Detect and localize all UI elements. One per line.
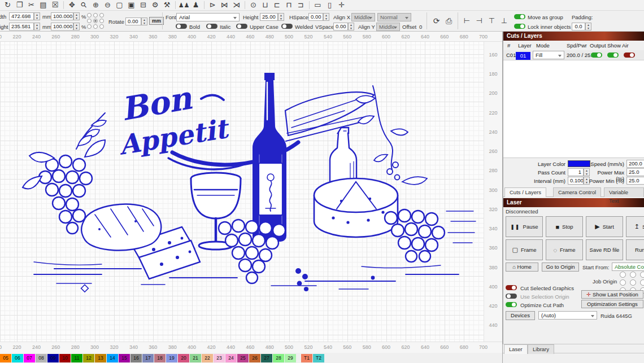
layer-color-swatch[interactable]	[568, 160, 590, 167]
text-style-select[interactable]: Normal	[377, 13, 411, 21]
align-left-edge-icon[interactable]: ⊏	[271, 0, 283, 10]
align-y-select[interactable]: Middle	[376, 23, 400, 31]
frame-circle-button[interactable]: ◌ Frame	[546, 239, 583, 260]
home-button[interactable]: ⌂ Home	[506, 263, 538, 272]
move-as-group-toggle[interactable]	[514, 14, 525, 19]
palette-color-15[interactable]: 15	[119, 354, 130, 362]
layer-row[interactable]: C01 01 Fill 200.0 / 25.0	[503, 50, 644, 60]
palette-color-06[interactable]: 06	[12, 354, 23, 362]
palette-color-07[interactable]: 07	[24, 354, 35, 362]
flip-horizontal-icon[interactable]: ⋈	[219, 0, 230, 10]
power-max-input[interactable]: 25.0	[626, 168, 644, 176]
palette-color-08[interactable]: 08	[36, 354, 47, 362]
group-icon[interactable]: ♟♟	[178, 0, 190, 10]
align-right-edge-icon[interactable]: ⊐	[295, 0, 307, 10]
welded-toggle[interactable]	[281, 24, 293, 29]
cut-selected-toggle[interactable]	[506, 285, 517, 290]
palette-color-29[interactable]: 29	[285, 354, 296, 362]
workspace-canvas[interactable]: Bon Appetit	[0, 42, 484, 342]
palette-color-26[interactable]: 26	[249, 354, 260, 362]
optimization-settings-button[interactable]: Optimization Settings	[581, 300, 643, 308]
use-selection-origin-toggle[interactable]	[506, 294, 517, 299]
palette-color-27[interactable]: 27	[261, 354, 272, 362]
zoom-out-icon[interactable]: ⊖	[102, 0, 114, 10]
palette-color-17[interactable]: 17	[142, 354, 154, 362]
height-percent-spinner[interactable]	[73, 23, 80, 30]
padding-input[interactable]: 0.0	[572, 23, 585, 30]
tab-cuts-layers[interactable]: Cuts / Layers	[504, 187, 546, 197]
push-top-icon[interactable]: ⊤	[486, 16, 498, 26]
mirror-diagonal-icon[interactable]: ⋊	[230, 0, 242, 10]
optimize-cut-path-toggle[interactable]	[506, 302, 517, 307]
interval-input[interactable]: 0.100	[568, 177, 584, 185]
width-spinner[interactable]	[34, 12, 40, 20]
upper-case-toggle[interactable]	[236, 24, 247, 29]
palette-color-09[interactable]: 09	[47, 354, 59, 362]
nudge-icon[interactable]: ▯	[324, 0, 336, 10]
palette-color-16[interactable]: 16	[130, 354, 142, 362]
tab-laser[interactable]: Laser	[504, 344, 528, 354]
palette-color-05[interactable]: 05	[0, 354, 11, 362]
send-button[interactable]: ↥ Send	[626, 216, 644, 237]
redo-icon[interactable]: ↻	[2, 0, 14, 10]
padding-spinner[interactable]	[585, 23, 591, 30]
palette-color-19[interactable]: 19	[166, 354, 177, 362]
stop-button[interactable]: ■ Stop	[546, 216, 583, 237]
palette-color-21[interactable]: 21	[190, 354, 201, 362]
start-from-select[interactable]: Absolute Coords	[612, 263, 644, 271]
center-target-icon[interactable]: ⊙	[247, 0, 259, 10]
cut-icon[interactable]: ✂	[25, 0, 37, 10]
settings-gear-icon[interactable]: ⚙	[149, 0, 161, 10]
palette-color-23[interactable]: 23	[214, 354, 225, 362]
ungroup-icon[interactable]: ♟	[190, 0, 202, 10]
show-last-position-button[interactable]: ✛ Show Last Position	[581, 290, 643, 299]
height-percent-input[interactable]: 100.000	[51, 23, 73, 30]
frame-square-button[interactable]: ▢ Frame	[506, 239, 543, 260]
pause-button[interactable]: ❚❚ Pause	[506, 216, 543, 237]
zoom-in-icon[interactable]: ⊕	[90, 0, 102, 10]
frame-selection-icon[interactable]: ▢	[114, 0, 125, 10]
palette-color-20[interactable]: 20	[178, 354, 189, 362]
palette-color-18[interactable]: 18	[154, 354, 166, 362]
device-auto-select[interactable]: (Auto)	[538, 311, 597, 320]
lock-inner-objects-toggle[interactable]	[514, 24, 525, 29]
palette-color-22[interactable]: 22	[202, 354, 213, 362]
tab-camera-control[interactable]: Camera Control	[553, 187, 601, 197]
run-rd-button[interactable]: Run RD	[626, 239, 644, 260]
go-to-origin-button[interactable]: Go to Origin	[542, 263, 579, 272]
italic-toggle[interactable]	[206, 24, 217, 29]
width-input[interactable]: 472.698	[9, 12, 34, 20]
layer-air-toggle[interactable]	[624, 53, 635, 58]
width-percent-spinner[interactable]	[73, 12, 80, 20]
push-bottom-icon[interactable]: ⊥	[498, 16, 510, 26]
selection-box-icon[interactable]: ▭	[312, 0, 324, 10]
paste-icon[interactable]: ▤	[37, 0, 49, 10]
start-button[interactable]: ▶ Start	[586, 216, 623, 237]
save-rd-button[interactable]: Save RD file	[586, 239, 623, 260]
rotate-input[interactable]: 0.00	[125, 18, 141, 25]
font-height-spinner[interactable]	[278, 13, 284, 21]
palette-color-28[interactable]: 28	[273, 354, 284, 362]
hspace-input[interactable]: 0.00	[308, 13, 323, 21]
speed-input[interactable]: 200.0	[626, 160, 644, 168]
refresh-icon[interactable]: ⟳	[430, 16, 442, 26]
preview-screen-icon[interactable]: ⊟	[137, 0, 149, 10]
vspace-spinner[interactable]	[348, 23, 354, 30]
layer-show-toggle[interactable]	[607, 53, 619, 58]
delete-icon[interactable]: ☒	[49, 0, 61, 10]
tab-variable-text[interactable]: Variable Text	[604, 187, 644, 197]
devices-button[interactable]: Devices	[506, 311, 535, 320]
layer-mode-select[interactable]: Fill	[533, 51, 564, 59]
width-percent-input[interactable]: 100.000	[51, 12, 73, 20]
height-input[interactable]: 235.581	[9, 23, 34, 30]
print-icon[interactable]: ⎙	[443, 16, 455, 26]
distribute-icon[interactable]: ⊳	[207, 0, 219, 10]
camera-capture-icon[interactable]: ▣	[125, 0, 137, 10]
tab-library[interactable]: Library	[528, 344, 554, 354]
layer-list-area[interactable]	[503, 60, 644, 158]
distribute-horizontal-icon[interactable]: ⊓	[283, 0, 295, 10]
anchor-point-grid[interactable]	[87, 13, 105, 30]
dock-bottom-icon[interactable]: ⊔	[259, 0, 271, 10]
pass-count-input[interactable]: 1	[568, 168, 584, 176]
palette-color-10[interactable]: 10	[59, 354, 71, 362]
